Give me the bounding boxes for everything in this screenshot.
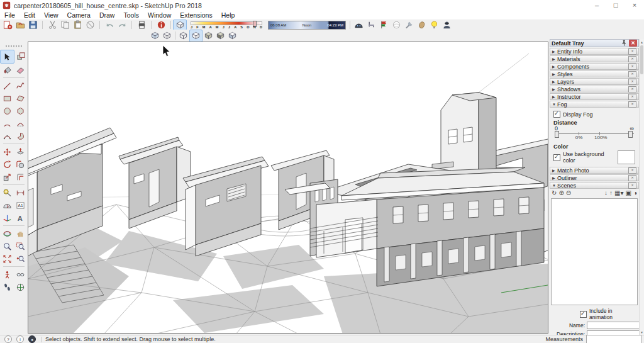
viewport-canvas[interactable] <box>28 42 548 334</box>
tool-zoom-previous[interactable] <box>14 252 27 265</box>
tool-offset[interactable] <box>14 171 27 183</box>
cut-icon[interactable] <box>46 20 58 30</box>
menu-camera[interactable]: Camera <box>63 11 95 20</box>
menu-tools[interactable]: Tools <box>119 11 143 20</box>
display-fog-checkbox[interactable] <box>553 111 560 118</box>
tool-look-around[interactable] <box>14 268 27 281</box>
tool-pie[interactable] <box>14 130 27 142</box>
wrench-icon[interactable] <box>402 20 415 30</box>
section-header-materials[interactable]: ▶Materials✕ <box>550 55 639 62</box>
section-header-outliner[interactable]: ▶Outliner✕ <box>550 174 639 181</box>
info-icon[interactable]: i <box>16 335 24 343</box>
move-scene-down-icon[interactable]: ↓ <box>604 189 608 197</box>
tool-orbit[interactable] <box>1 227 14 240</box>
tool-paint-bucket[interactable] <box>1 64 14 76</box>
style-shaded-with-textures-icon[interactable] <box>214 30 226 42</box>
tool-two-point-arc[interactable] <box>14 117 27 130</box>
section-close-icon[interactable]: ✕ <box>628 175 636 181</box>
tray-scrollbar[interactable]: ▲ ▼ <box>639 39 644 335</box>
tool-move[interactable] <box>1 145 14 158</box>
use-bg-color-checkbox[interactable] <box>553 154 560 161</box>
tool-dimension[interactable] <box>14 186 27 199</box>
copy-icon[interactable] <box>58 20 71 30</box>
tool-three-point-arc[interactable] <box>1 130 14 142</box>
style-monochrome-icon[interactable] <box>226 30 238 42</box>
use-bg-color-row[interactable]: Use background color <box>553 151 618 164</box>
scenes-list[interactable] <box>551 198 638 305</box>
menu-draw[interactable]: Draw <box>95 11 119 20</box>
tool-axes[interactable] <box>1 211 14 224</box>
tool-pan[interactable] <box>14 227 27 240</box>
tool-rectangle[interactable] <box>1 92 14 104</box>
tray-header[interactable]: Default Tray ✕ <box>550 39 639 47</box>
section-close-icon[interactable]: ✕ <box>628 183 636 189</box>
dome-icon[interactable] <box>352 20 365 30</box>
palette-drag-handle[interactable] <box>6 45 22 47</box>
tool-zoom-extents[interactable] <box>1 252 14 265</box>
section-close-icon[interactable]: ✕ <box>628 48 636 55</box>
style-wireframe-icon[interactable] <box>177 30 189 42</box>
minimize-button[interactable]: – <box>587 0 606 11</box>
tray-close-icon[interactable]: ✕ <box>629 40 637 47</box>
menu-edit[interactable]: Edit <box>19 11 40 20</box>
new-icon[interactable] <box>1 20 14 30</box>
tool-line[interactable] <box>1 79 14 92</box>
update-scene-icon[interactable]: ↻ <box>552 189 557 197</box>
tool-zoom-window[interactable] <box>14 240 27 252</box>
view-options-icon[interactable]: ▦▾ <box>614 189 623 197</box>
fog-far-handle[interactable] <box>628 131 633 138</box>
tool-section-plane[interactable] <box>14 281 27 293</box>
section-header-scenes[interactable]: ▼ Scenes ✕ <box>550 182 639 189</box>
print-icon[interactable] <box>135 20 148 30</box>
shadow-time-slider[interactable]: 06:08 AM Noon 04:23 PM <box>268 21 346 30</box>
tool-protractor[interactable] <box>1 199 14 211</box>
add-scene-icon[interactable]: ⊕ <box>558 189 564 197</box>
section-close-icon[interactable]: ✕ <box>628 94 636 100</box>
fog-distance-slider[interactable]: 0 ∞ 0% 100% <box>555 127 634 142</box>
redo-icon[interactable] <box>116 20 128 30</box>
section-header-styles[interactable]: ▶Styles✕ <box>550 70 639 77</box>
show-details-icon[interactable]: ▣ <box>626 189 631 197</box>
menu-extensions[interactable]: Extensions <box>175 11 216 20</box>
maximize-button[interactable]: □ <box>606 0 625 11</box>
section-close-icon[interactable]: ✕ <box>628 64 636 70</box>
model-info-icon[interactable] <box>155 20 167 30</box>
section-close-icon[interactable]: ✕ <box>628 79 636 85</box>
tool-arc[interactable] <box>1 117 14 130</box>
bulb-icon[interactable] <box>428 20 440 30</box>
menu-file[interactable]: File <box>0 11 19 20</box>
disc-icon[interactable] <box>390 20 402 30</box>
save-icon[interactable] <box>26 20 39 30</box>
measurements-input[interactable] <box>586 335 641 343</box>
tool-3d-text[interactable]: A <box>14 211 27 224</box>
pin-icon[interactable] <box>621 40 628 47</box>
section-header-match-photo[interactable]: ▶Match Photo✕ <box>550 167 639 174</box>
tool-position-camera[interactable] <box>1 268 14 281</box>
section-header-fog[interactable]: ▼ Fog ✕ <box>550 101 639 108</box>
menu-help[interactable]: Help <box>217 11 240 20</box>
user-status-icon[interactable]: ● <box>28 335 36 343</box>
play-animation-icon[interactable]: ◑ <box>633 189 637 197</box>
tool-zoom[interactable] <box>1 240 14 252</box>
paste-icon[interactable] <box>71 20 84 30</box>
user-icon[interactable] <box>440 20 453 30</box>
scroll-up-icon[interactable]: ▲ <box>640 40 643 44</box>
shadow-date-slider[interactable]: JFMAMJJASOND <box>189 21 264 30</box>
undo-icon[interactable] <box>103 20 116 30</box>
move-scene-up-icon[interactable]: ↑ <box>609 189 613 197</box>
tool-tape-measure[interactable] <box>1 186 14 199</box>
style-shaded-icon[interactable] <box>203 30 214 42</box>
tool-circle[interactable] <box>1 104 14 117</box>
section-close-icon[interactable]: ✕ <box>628 56 636 62</box>
flags-icon[interactable] <box>377 20 390 30</box>
fog-near-handle[interactable] <box>555 131 559 138</box>
fog-color-swatch[interactable] <box>618 150 635 164</box>
glove-icon[interactable] <box>415 20 428 30</box>
close-button[interactable]: × <box>625 0 644 11</box>
section-header-shadows[interactable]: ▶Shadows✕ <box>550 86 639 93</box>
tool-select[interactable] <box>0 50 14 64</box>
section-close-icon[interactable]: ✕ <box>628 101 636 108</box>
include-animation-checkbox[interactable] <box>580 311 587 318</box>
display-fog-row[interactable]: Display Fog <box>553 111 635 118</box>
section-header-instructor[interactable]: ▶Instructor✕ <box>550 93 639 100</box>
